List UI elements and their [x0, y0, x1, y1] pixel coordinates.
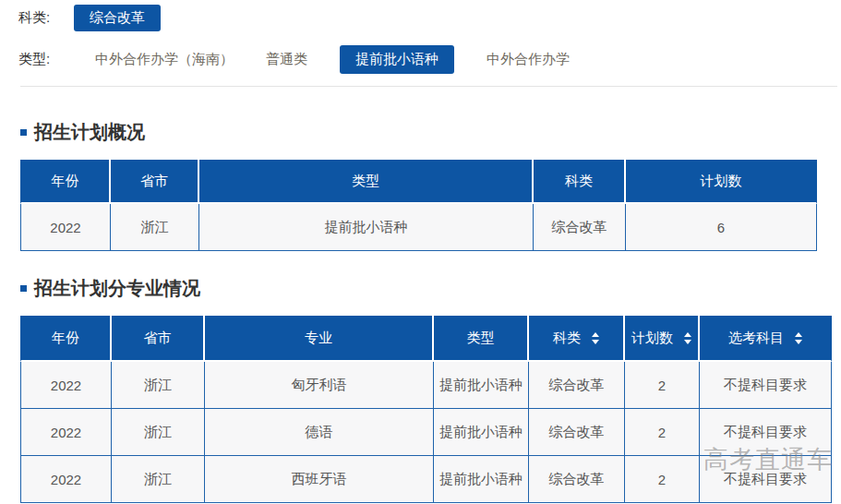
table-cell: 浙江: [111, 204, 199, 251]
type-option-sino-foreign-hainan[interactable]: 中外合作办学（海南）: [95, 51, 234, 68]
table-cell: 2022: [20, 362, 112, 409]
column-header-label: 选考科目: [728, 330, 784, 345]
type-filter-label: 类型:: [18, 51, 74, 68]
table-cell: 综合改革: [529, 362, 625, 409]
table-cell: 2022: [20, 456, 112, 503]
table-row: 2022浙江德语提前批小语种综合改革2不提科目要求: [20, 409, 832, 456]
column-header-label: 类型: [467, 330, 495, 345]
column-header-sortable[interactable]: 选考科目: [700, 316, 832, 362]
type-option-early-minor-languages-selected[interactable]: 提前批小语种: [340, 45, 454, 74]
type-option-regular[interactable]: 普通类: [266, 51, 307, 68]
table-cell: 浙江: [112, 456, 205, 503]
table-cell: 匈牙利语: [205, 362, 434, 409]
table-cell: 综合改革: [529, 456, 625, 503]
column-header: 科类: [534, 160, 626, 204]
column-header: 类型: [199, 160, 534, 204]
sort-updown-icon[interactable]: [684, 332, 691, 344]
table-cell: 2: [625, 362, 700, 409]
table-row: 2022浙江西班牙语提前批小语种综合改革2不提科目要求: [20, 456, 832, 503]
filter-divider: [20, 86, 837, 87]
column-header-label: 科类: [565, 173, 593, 188]
table-cell: 不提科目要求: [700, 409, 832, 456]
column-header: 年份: [20, 316, 112, 362]
table-cell: 提前批小语种: [434, 409, 529, 456]
column-header: 省市: [111, 160, 199, 204]
square-bullet-icon: [20, 285, 27, 292]
section-title-overview: 招生计划概况: [20, 120, 841, 145]
enrollment-plan-page: 科类: 综合改革 类型: 中外合作办学（海南） 普通类 提前批小语种 中外合作办…: [0, 0, 841, 504]
column-header-label: 省市: [144, 330, 172, 345]
table-cell: 综合改革: [534, 204, 626, 251]
column-header-label: 计划数: [631, 330, 673, 345]
majors-table: 年份省市专业类型科类计划数选考科目2022浙江匈牙利语提前批小语种综合改革2不提…: [20, 316, 832, 503]
column-header: 专业: [205, 316, 434, 362]
table-cell: 西班牙语: [205, 456, 434, 503]
section-title-by-major: 招生计划分专业情况: [20, 276, 841, 301]
column-header-label: 省市: [140, 173, 168, 188]
column-header-label: 科类: [553, 330, 581, 345]
column-header-label: 类型: [352, 173, 379, 188]
table-row: 2022浙江匈牙利语提前批小语种综合改革2不提科目要求: [20, 362, 832, 409]
table-header-row: 年份省市专业类型科类计划数选考科目: [20, 316, 832, 362]
table-cell: 德语: [205, 409, 434, 456]
column-header-label: 年份: [52, 173, 79, 188]
table-cell: 浙江: [112, 409, 205, 456]
table-row: 2022浙江提前批小语种综合改革6: [20, 204, 817, 251]
table-cell: 提前批小语种: [434, 456, 529, 503]
column-header-label: 计划数: [701, 173, 742, 188]
table-cell: 2022: [20, 204, 111, 251]
column-header: 省市: [112, 316, 205, 362]
table-cell: 6: [626, 204, 817, 251]
table-cell: 综合改革: [529, 409, 625, 456]
column-header-sortable[interactable]: 科类: [529, 316, 625, 362]
column-header-sortable[interactable]: 计划数: [625, 316, 700, 362]
column-header: 年份: [20, 160, 111, 204]
table-cell: 提前批小语种: [434, 362, 529, 409]
subject-filter-row: 科类: 综合改革: [18, 4, 841, 31]
type-filter-row: 类型: 中外合作办学（海南） 普通类 提前批小语种 中外合作办学: [18, 44, 841, 74]
section-title-text: 招生计划概况: [34, 120, 145, 145]
subject-filter-label: 科类:: [18, 9, 74, 27]
type-options: 中外合作办学（海南） 普通类 提前批小语种 中外合作办学: [95, 45, 570, 74]
overview-table: 年份省市类型科类计划数2022浙江提前批小语种综合改革6: [20, 160, 817, 251]
type-option-sino-foreign[interactable]: 中外合作办学: [487, 51, 570, 68]
column-header: 类型: [434, 316, 529, 362]
table-cell: 2: [625, 409, 700, 456]
column-header-label: 年份: [52, 330, 79, 345]
table-cell: 不提科目要求: [700, 362, 832, 409]
table-cell: 提前批小语种: [199, 204, 534, 251]
sort-updown-icon[interactable]: [795, 332, 802, 344]
table-cell: 浙江: [112, 362, 205, 409]
table-cell: 2: [625, 456, 700, 503]
column-header: 计划数: [626, 160, 817, 204]
square-bullet-icon: [20, 129, 27, 136]
subject-option-selected[interactable]: 综合改革: [74, 5, 161, 31]
sort-updown-icon[interactable]: [592, 332, 599, 344]
table-header-row: 年份省市类型科类计划数: [20, 160, 817, 204]
section-title-text: 招生计划分专业情况: [34, 276, 200, 301]
table-cell: 2022: [20, 409, 112, 456]
table-cell: 不提科目要求: [700, 456, 832, 503]
column-header-label: 专业: [305, 330, 332, 345]
